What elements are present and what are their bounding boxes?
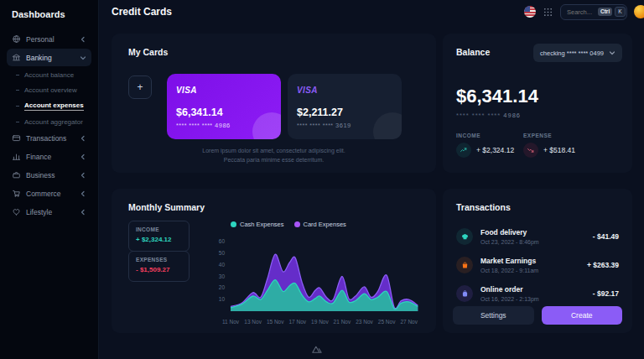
card-number-masked: **** **** **** 4986 — [176, 122, 231, 129]
create-button[interactable]: Create — [542, 306, 623, 325]
settings-button[interactable]: Settings — [453, 306, 534, 325]
card-amount: $2,211.27 — [297, 107, 343, 118]
sidebar-subitem-account-aggregator[interactable]: Account aggregator — [7, 114, 91, 129]
sidebar-item-finance[interactable]: Finance — [7, 148, 91, 165]
apps-grid-icon[interactable] — [543, 7, 553, 18]
sidebar-banking-submenu: Account balance Account overview Account… — [7, 67, 91, 129]
summary-income-box: INCOME + $2,324.12 — [128, 221, 190, 252]
bank-icon — [12, 53, 21, 62]
expenses-value: - $1,509.27 — [136, 266, 182, 273]
my-cards-title: My Cards — [128, 47, 168, 57]
chevron-left-icon — [80, 190, 86, 197]
transactions-title: Transactions — [456, 202, 511, 212]
svg-text:40: 40 — [219, 262, 226, 268]
sidebar-item-label: Business — [26, 171, 75, 180]
account-select[interactable]: checking **** **** 0499 — [533, 44, 622, 62]
sidebar-item-transactions[interactable]: Transactions — [7, 129, 91, 147]
svg-text:21 Nov: 21 Nov — [334, 319, 351, 325]
search-input[interactable] — [567, 8, 595, 16]
backpack-icon — [456, 285, 473, 302]
sidebar-subitem-account-expenses[interactable]: Account expenses — [7, 97, 91, 114]
sidebar-item-label: Personal — [26, 35, 75, 44]
subitem-label: Account expenses — [24, 101, 84, 111]
income-label: INCOME — [136, 226, 182, 232]
sidebar-item-business[interactable]: Business — [7, 166, 91, 184]
cart-icon — [12, 189, 21, 198]
bullet-dash — [16, 122, 19, 122]
transaction-amount: + $263.39 — [587, 261, 619, 269]
sidebar-item-personal[interactable]: Personal — [7, 30, 91, 48]
svg-text:15 Nov: 15 Nov — [267, 319, 284, 325]
finance-chart-icon — [12, 152, 21, 161]
transaction-info: Online order Oct 16, 2022 - 2:13pm — [480, 285, 585, 302]
sidebar-item-commerce[interactable]: Commerce — [7, 185, 91, 202]
visa-logo: VISA — [176, 86, 197, 95]
transaction-name: Online order — [480, 285, 585, 294]
chevron-left-icon — [80, 153, 86, 160]
sidebar-title: Dashboards — [7, 8, 91, 30]
transactions-actions: Settings Create — [453, 306, 622, 325]
income-label: INCOME — [456, 133, 514, 138]
income-value: + $2,324.12 — [136, 236, 182, 243]
chevron-left-icon — [80, 135, 86, 142]
sidebar-item-label: Commerce — [26, 190, 75, 198]
transaction-info: Food delivery Oct 23, 2022 - 8:46pm — [480, 228, 585, 245]
expenses-label: EXPENSES — [136, 257, 182, 263]
my-cards-panel: My Cards + VISA $6,341.14 **** **** ****… — [112, 34, 436, 173]
balance-income: INCOME + $2,324.12 — [456, 133, 514, 158]
legend-cash-expenses[interactable]: Cash Expenses — [231, 221, 284, 228]
transaction-date: Oct 16, 2022 - 2:13pm — [480, 296, 585, 302]
chevron-left-icon — [80, 209, 86, 216]
sidebar-item-lifestyle[interactable]: Lifestyle — [7, 203, 91, 221]
chevron-down-icon — [80, 55, 86, 61]
sidebar-subitem-account-overview[interactable]: Account overview — [7, 82, 91, 97]
briefcase-icon — [12, 170, 21, 180]
search-box[interactable]: Ctrl K — [560, 4, 627, 20]
chart-legend: Cash Expenses Card Expenses — [231, 221, 346, 228]
chevron-down-icon — [609, 49, 615, 56]
transaction-date: Oct 23, 2022 - 8:46pm — [480, 239, 585, 245]
balance-panel: Balance checking **** **** 0499 $6,341.1… — [443, 34, 632, 173]
user-avatar[interactable] — [634, 5, 644, 18]
account-select-value: checking **** **** 0499 — [540, 49, 604, 57]
legend-card-expenses[interactable]: Card Expenses — [294, 221, 346, 228]
add-card-button[interactable]: + — [128, 75, 152, 99]
legend-label: Card Expenses — [304, 221, 346, 228]
sidebar-subitem-account-balance[interactable]: Account balance — [7, 67, 91, 82]
mountains-logo — [311, 343, 324, 356]
kbd-k: K — [615, 7, 625, 18]
balance-expense: EXPENSE + $518.41 — [523, 133, 575, 158]
svg-text:30: 30 — [219, 273, 226, 279]
legend-dot-teal — [231, 221, 236, 227]
sidebar-item-label: Banking — [26, 54, 75, 62]
svg-text:13 Nov: 13 Nov — [244, 319, 262, 325]
credit-card-primary[interactable]: VISA $6,341.14 **** **** **** 4986 — [167, 74, 281, 139]
sidebar-item-banking[interactable]: Banking — [7, 49, 91, 66]
transaction-name: Food delivery — [480, 228, 585, 237]
summary-expenses-box: EXPENSES - $1,509.27 — [128, 251, 190, 282]
sidebar-item-label: Transactions — [26, 134, 75, 143]
expense-value: + $518.41 — [543, 146, 575, 154]
transaction-row[interactable]: Market Earnings Oct 18, 2022 - 9:11am + … — [456, 251, 619, 279]
cards-note-line1: Lorem ipsum dolor sit amet, consectetur … — [112, 147, 436, 156]
svg-text:50: 50 — [219, 250, 226, 256]
credit-card-secondary[interactable]: VISA $2,211.27 **** **** **** 3619 — [288, 74, 402, 139]
transaction-row[interactable]: Food delivery Oct 23, 2022 - 8:46pm - $4… — [456, 222, 619, 251]
us-flag-icon[interactable] — [524, 6, 536, 18]
transaction-row[interactable]: Online order Oct 16, 2022 - 2:13pm - $92… — [456, 279, 619, 308]
subitem-label: Account balance — [24, 71, 74, 79]
legend-dot-purple — [294, 221, 300, 227]
balance-title: Balance — [456, 47, 490, 57]
expense-label: EXPENSE — [523, 133, 575, 138]
cards-note-line2: Peccata paria minime esse deterritum. — [112, 156, 436, 165]
sidebar: Dashboards Personal Banking Account bala… — [0, 0, 99, 359]
chevron-left-icon — [80, 36, 86, 43]
svg-text:27 Nov: 27 Nov — [400, 319, 418, 325]
page-title: Credit Cards — [112, 6, 524, 18]
svg-text:60: 60 — [219, 238, 226, 244]
transaction-amount: - $92.17 — [593, 289, 619, 298]
svg-text:25 Nov: 25 Nov — [378, 319, 396, 325]
cards-note: Lorem ipsum dolor sit amet, consectetur … — [112, 147, 436, 165]
bullet-dash — [16, 106, 19, 107]
chef-hat-icon — [456, 228, 473, 245]
